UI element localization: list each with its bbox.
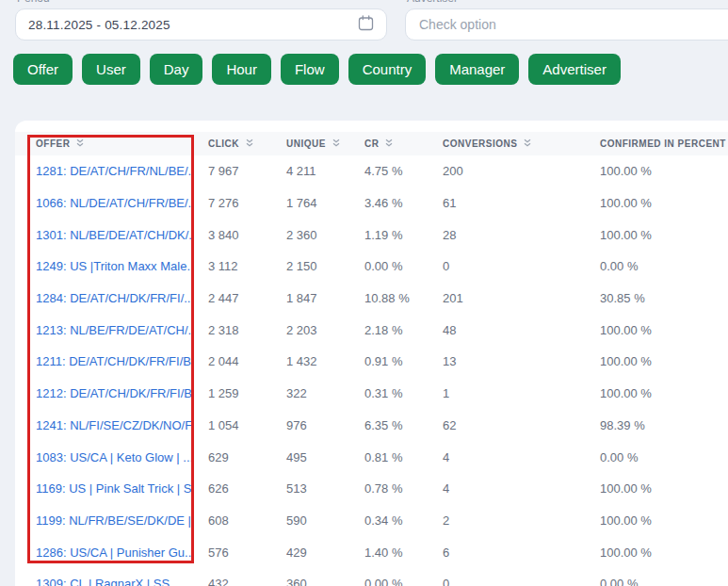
column-header-label: OFFER <box>36 138 70 149</box>
offer-cell: 1213: NL/BE/FR/DE/AT/CH/... <box>15 323 193 337</box>
offer-cell: 1281: DE/AT/CH/FR/NL/BE/... <box>15 164 193 178</box>
confirmed-cell: 100.00 % <box>585 323 728 337</box>
unique-cell: 322 <box>271 386 349 400</box>
cr-cell: 6.35 % <box>349 418 428 432</box>
cr-cell: 2.18 % <box>349 323 428 337</box>
offer-cell: 1211: DE/AT/CH/DK/FR/FI/B... <box>15 354 193 368</box>
offer-cell: 1199: NL/FR/BE/SE/DK/DE | ... <box>15 513 193 528</box>
offer-cell: 1301: NL/BE/DE/AT/CH/DK/... <box>15 228 193 242</box>
sort-chevrons-icon[interactable] <box>523 138 532 150</box>
confirmed-cell: 100.00 % <box>585 513 728 528</box>
unique-cell: 2 203 <box>271 323 349 337</box>
offer-link[interactable]: 1169: US | Pink Salt Trick | SS <box>36 481 193 496</box>
click-cell: 1 259 <box>193 386 271 400</box>
column-header-confirmed[interactable]: CONFIRMED IN PERCENT <box>585 138 728 150</box>
cr-cell: 1.40 % <box>349 545 428 560</box>
unique-cell: 590 <box>271 513 349 528</box>
offer-link[interactable]: 1083: US/CA | Keto Glow | ... <box>36 450 193 464</box>
offer-link[interactable]: 1212: DE/AT/CH/DK/FR/FI/B... <box>36 386 193 400</box>
conversions-cell: 0 <box>428 577 585 586</box>
sort-chevrons-icon[interactable] <box>245 138 254 150</box>
period-date-range-input[interactable]: 28.11.2025 - 05.12.2025 <box>15 8 387 41</box>
filter-button-user[interactable]: User <box>82 54 140 85</box>
unique-cell: 2 150 <box>271 259 349 273</box>
column-header-click[interactable]: CLICK <box>193 138 271 150</box>
conversions-cell: 4 <box>428 450 585 464</box>
table-body: 1281: DE/AT/CH/FR/NL/BE/... 7 967 4 211 … <box>15 155 728 586</box>
filter-button-offer[interactable]: Offer <box>13 54 73 85</box>
offer-link[interactable]: 1301: NL/BE/DE/AT/CH/DK/... <box>36 228 193 242</box>
stats-table-card: OFFER CLICK UNIQUE CR CONVERSIONS CONFIR… <box>15 121 728 586</box>
click-cell: 7 276 <box>193 196 271 210</box>
filter-button-hour[interactable]: Hour <box>212 54 271 85</box>
conversions-cell: 61 <box>428 196 585 210</box>
table-row: 1301: NL/BE/DE/AT/CH/DK/... 3 840 2 360 … <box>15 219 728 251</box>
advertiser-select[interactable] <box>405 8 728 41</box>
click-cell: 576 <box>193 545 271 560</box>
filter-button-day[interactable]: Day <box>150 54 203 85</box>
advertiser-select-input[interactable] <box>406 9 728 40</box>
click-cell: 3 112 <box>193 259 271 273</box>
table-header-row: OFFER CLICK UNIQUE CR CONVERSIONS CONFIR… <box>15 132 728 155</box>
conversions-cell: 201 <box>428 291 585 305</box>
column-header-label: CONFIRMED IN PERCENT <box>600 138 726 149</box>
column-header-unique[interactable]: UNIQUE <box>271 138 349 150</box>
cr-cell: 3.46 % <box>349 196 428 210</box>
click-cell: 7 967 <box>193 164 271 178</box>
table-row: 1066: NL/DE/AT/CH/FR/BE/... 7 276 1 764 … <box>15 187 728 220</box>
filter-button-country[interactable]: Country <box>348 54 427 85</box>
offer-cell: 1284: DE/AT/CH/DK/FR/FI/... <box>15 291 193 305</box>
unique-cell: 429 <box>271 545 349 560</box>
column-header-conversions[interactable]: CONVERSIONS <box>428 138 585 150</box>
period-label: Period <box>17 0 50 5</box>
offer-link[interactable]: 1286: US/CA | Punisher Gu... <box>36 545 193 560</box>
unique-cell: 4 211 <box>271 164 349 178</box>
column-header-cr[interactable]: CR <box>349 138 428 150</box>
conversions-cell: 28 <box>428 228 585 242</box>
unique-cell: 1 764 <box>271 196 349 210</box>
conversions-cell: 1 <box>428 386 585 400</box>
column-header-offer[interactable]: OFFER <box>15 138 193 150</box>
offer-cell: 1083: US/CA | Keto Glow | ... <box>15 450 193 464</box>
conversions-cell: 13 <box>428 354 585 368</box>
calendar-icon[interactable] <box>358 15 374 35</box>
confirmed-cell: 100.00 % <box>585 164 728 178</box>
offer-link[interactable]: 1284: DE/AT/CH/DK/FR/FI/... <box>36 291 193 305</box>
unique-cell: 360 <box>271 577 349 586</box>
cr-cell: 4.75 % <box>349 164 428 178</box>
offer-cell: 1241: NL/FI/SE/CZ/DK/NO/F... <box>15 418 193 432</box>
sort-chevrons-icon[interactable] <box>332 138 341 150</box>
table-row: 1083: US/CA | Keto Glow | ... 629 495 0.… <box>15 441 728 473</box>
confirmed-cell: 100.00 % <box>585 545 728 560</box>
sort-chevrons-icon[interactable] <box>384 138 394 150</box>
filter-button-advertiser[interactable]: Advertiser <box>528 54 621 85</box>
offer-link[interactable]: 1211: DE/AT/CH/DK/FR/FI/B... <box>36 354 193 368</box>
offer-link[interactable]: 1281: DE/AT/CH/FR/NL/BE/... <box>36 164 193 178</box>
filter-button-manager[interactable]: Manager <box>435 54 519 85</box>
click-cell: 2 318 <box>193 323 271 337</box>
table-row: 1211: DE/AT/CH/DK/FR/FI/B... 2 044 1 432… <box>15 346 728 378</box>
filter-button-flow[interactable]: Flow <box>281 54 339 85</box>
offer-cell: 1309: CL | RagnarX | SS <box>15 577 193 586</box>
conversions-cell: 48 <box>428 323 585 337</box>
offer-link[interactable]: 1199: NL/FR/BE/SE/DK/DE | ... <box>36 513 193 528</box>
offer-link[interactable]: 1213: NL/BE/FR/DE/AT/CH/... <box>36 323 193 337</box>
offer-cell: 1066: NL/DE/AT/CH/FR/BE/... <box>15 196 193 210</box>
offer-link[interactable]: 1309: CL | RagnarX | SS <box>36 577 170 586</box>
offer-link[interactable]: 1241: NL/FI/SE/CZ/DK/NO/F... <box>36 418 193 432</box>
click-cell: 1 054 <box>193 418 271 432</box>
advertiser-label: Advertiser <box>407 0 458 5</box>
offer-link[interactable]: 1066: NL/DE/AT/CH/FR/BE/... <box>36 196 193 210</box>
cr-cell: 0.00 % <box>349 577 428 586</box>
sort-chevrons-icon[interactable] <box>75 138 85 150</box>
offer-cell: 1286: US/CA | Punisher Gu... <box>15 545 193 560</box>
table-row: 1284: DE/AT/CH/DK/FR/FI/... 2 447 1 847 … <box>15 283 728 315</box>
cr-cell: 1.19 % <box>349 228 428 242</box>
confirmed-cell: 0.00 % <box>585 259 728 273</box>
table-row: 1199: NL/FR/BE/SE/DK/DE | ... 608 590 0.… <box>15 505 728 537</box>
offer-link[interactable]: 1249: US |Triton Maxx Male... <box>36 259 193 273</box>
table-row: 1309: CL | RagnarX | SS 432 360 0.00 % 0… <box>15 568 728 586</box>
confirmed-cell: 0.00 % <box>585 577 728 586</box>
table-row: 1213: NL/BE/FR/DE/AT/CH/... 2 318 2 203 … <box>15 314 728 346</box>
offer-cell: 1249: US |Triton Maxx Male... <box>15 259 193 273</box>
